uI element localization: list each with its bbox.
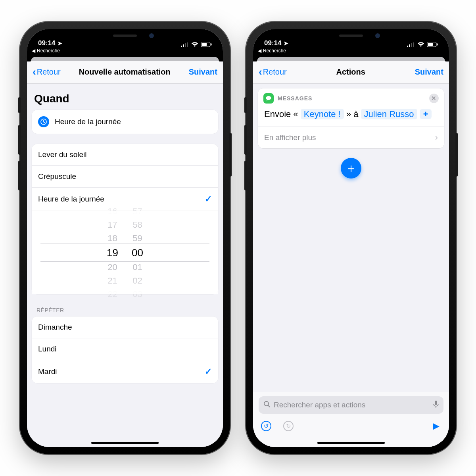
day-label: Lundi [38,345,57,353]
clock-icon [38,116,49,127]
undo-button[interactable]: ↺ [261,421,271,431]
add-action-button[interactable]: ＋ [341,158,361,178]
add-recipient-button[interactable]: + [420,109,432,119]
svg-point-15 [264,401,269,406]
back-button[interactable]: ‹ Retour [33,66,61,78]
svg-rect-11 [413,42,414,47]
svg-rect-9 [409,44,410,47]
battery-icon [201,42,212,47]
day-monday[interactable]: Lundi [32,338,218,360]
svg-rect-3 [187,42,188,47]
battery-icon [427,42,438,47]
option-time-of-day[interactable]: Heure de la journée ✓ [32,188,218,211]
breadcrumb[interactable]: ◀ Recherche [253,48,449,55]
location-arrow-icon: ➤ [58,40,62,46]
page-title: Nouvelle automatisation [79,67,171,77]
remove-action-button[interactable]: ✕ [429,94,439,103]
time-picker[interactable]: 16 17 18 19 20 21 22 57 58 59 00 [32,211,218,294]
back-button[interactable]: ‹ Retour [259,66,287,78]
svg-rect-13 [428,43,433,46]
next-button[interactable]: Suivant [189,67,217,77]
recipient-token[interactable]: Julien Russo [361,109,417,119]
bottom-toolbar: Rechercher apps et actions ↺ ↻ ▶ [253,392,449,447]
svg-rect-14 [437,44,438,46]
breadcrumb-back-icon: ◀ [32,48,35,54]
home-indicator[interactable] [317,442,385,444]
day-tuesday[interactable]: Mardi ✓ [32,360,218,383]
show-more-row[interactable]: En afficher plus › [258,127,444,148]
svg-rect-2 [185,43,186,47]
status-time: 09:14 [264,39,281,47]
svg-rect-0 [181,46,182,47]
option-label: Lever du soleil [38,150,87,159]
checkmark-icon: ✓ [205,194,212,204]
location-arrow-icon: ➤ [284,40,288,46]
trigger-summary-label: Heure de la journée [55,117,121,126]
page-title: Actions [336,67,365,77]
back-label: Retour [37,67,61,77]
screen-left: 09:14 ➤ ◀ Recherche [27,29,223,447]
chevron-left-icon: ‹ [259,66,262,78]
microphone-icon[interactable] [433,400,439,410]
notch [305,29,397,42]
checkmark-icon: ✓ [205,367,212,377]
action-app-label: MESSAGES [278,95,312,102]
day-label: Mardi [38,367,57,376]
picker-hours[interactable]: 16 17 18 19 20 21 22 [107,206,118,299]
screen-right: 09:14 ➤ ◀ Recherche [253,29,449,447]
group-label-repeat: RÉPÉTER [27,305,223,317]
signal-icon [181,42,189,47]
phone-right: 09:14 ➤ ◀ Recherche [246,22,456,454]
run-button[interactable]: ▶ [431,421,441,431]
svg-rect-1 [183,44,184,47]
status-time: 09:14 [38,39,55,47]
wifi-icon [417,42,424,47]
notch [79,29,171,42]
svg-line-16 [268,405,270,407]
next-button[interactable]: Suivant [415,67,443,77]
plus-icon: ＋ [345,160,357,177]
back-label: Retour [263,67,287,77]
picker-minutes[interactable]: 57 58 59 00 01 02 03 [132,206,143,299]
chevron-left-icon: ‹ [33,66,36,78]
home-indicator[interactable] [91,442,159,444]
option-sunset[interactable]: Crépuscule [32,166,218,188]
option-label: Heure de la journée [38,195,104,203]
wifi-icon [191,42,198,47]
show-more-label: En afficher plus [264,133,316,142]
message-text-token[interactable]: Keynote ! [301,109,344,119]
day-sunday[interactable]: Dimanche [32,317,218,338]
chevron-right-icon: › [435,132,438,143]
trigger-summary-row[interactable]: Heure de la journée [32,110,218,134]
svg-rect-17 [435,401,437,405]
action-sentence: Envoie « Keynote ! » à Julien Russo + [258,105,444,127]
svg-rect-8 [407,46,408,47]
redo-button: ↻ [283,421,294,431]
breadcrumb-back-icon: ◀ [258,48,261,54]
option-sunrise[interactable]: Lever du soleil [32,144,218,166]
nav-bar: ‹ Retour Actions Suivant [253,61,449,84]
section-header-when: Quand [27,84,223,110]
search-placeholder: Rechercher apps et actions [274,401,365,409]
breadcrumb-label: Recherche [263,48,286,54]
search-input[interactable]: Rechercher apps et actions [259,396,443,414]
day-label: Dimanche [38,323,72,332]
svg-rect-10 [411,43,412,47]
breadcrumb[interactable]: ◀ Recherche [27,48,223,55]
breadcrumb-label: Recherche [37,48,60,54]
messages-app-icon [263,93,274,104]
search-icon [263,401,271,410]
option-label: Crépuscule [38,172,76,181]
svg-rect-5 [202,43,207,46]
signal-icon [407,42,415,47]
svg-rect-6 [211,44,212,46]
action-card-messages: MESSAGES ✕ Envoie « Keynote ! » à Julien… [258,88,444,148]
nav-bar: ‹ Retour Nouvelle automatisation Suivant [27,61,223,84]
phone-left: 09:14 ➤ ◀ Recherche [20,22,230,454]
